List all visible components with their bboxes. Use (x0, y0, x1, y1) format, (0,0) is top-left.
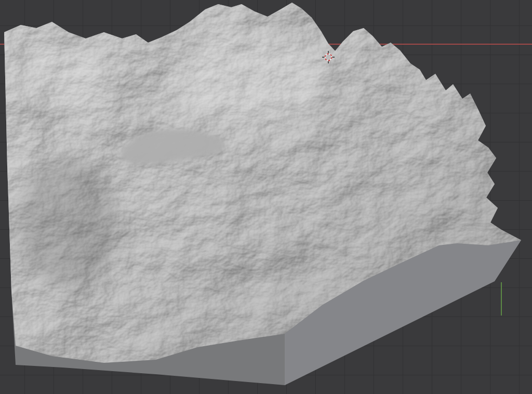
3d-viewport[interactable] (0, 0, 532, 394)
3d-cursor-icon (322, 50, 335, 64)
terrain-mesh[interactable] (4, 3, 521, 385)
scene-canvas (0, 0, 532, 394)
shadow-region (18, 159, 117, 288)
highlight-region (166, 34, 322, 122)
highlight-region (18, 47, 107, 109)
